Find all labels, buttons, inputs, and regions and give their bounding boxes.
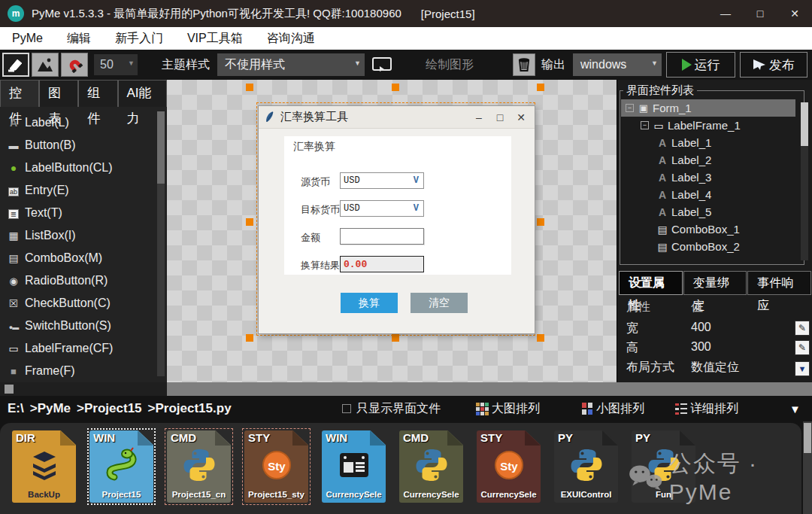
menu-item-编辑[interactable]: 编辑 bbox=[55, 27, 103, 50]
prop-tab-设置属性[interactable]: 设置属性 bbox=[619, 271, 683, 295]
selection-handle[interactable] bbox=[392, 334, 399, 342]
convert-button[interactable]: 换算 bbox=[341, 293, 398, 313]
clear-button[interactable]: 清空 bbox=[411, 293, 468, 313]
tree-node-Label_1[interactable]: Label_1 bbox=[621, 134, 795, 151]
spinner-arrow-icon[interactable]: ▼ bbox=[128, 53, 135, 74]
magnet-snap-button[interactable] bbox=[61, 53, 88, 77]
sidebar-tab-组件[interactable]: 组件 bbox=[78, 80, 117, 107]
widget-item-frame[interactable]: Frame(F) bbox=[0, 360, 155, 382]
minimize-button[interactable]: — bbox=[708, 0, 743, 27]
selection-handle[interactable] bbox=[392, 84, 399, 91]
widget-item-labelframe[interactable]: LabelFrame(CF) bbox=[0, 337, 155, 360]
selection-handle[interactable] bbox=[537, 84, 544, 91]
widget-item-label[interactable]: Label(L) bbox=[0, 111, 155, 134]
file-tile-CurrencySele[interactable]: WINCurrencySele bbox=[322, 430, 386, 503]
sidebar-tab-控件[interactable]: 控件 bbox=[0, 80, 39, 107]
breadcrumb-segment[interactable]: >Project15 bbox=[77, 401, 141, 416]
edit-height-button[interactable]: ✎ bbox=[795, 340, 810, 355]
collapse-caret-icon[interactable]: ▼ bbox=[789, 396, 801, 421]
tree-expand-toggle[interactable]: − bbox=[626, 104, 634, 112]
selection-handle[interactable] bbox=[246, 84, 253, 91]
tree-node-LabelFrame_1[interactable]: −LabelFrame_1 bbox=[621, 117, 795, 134]
tree-node-Label_4[interactable]: Label_4 bbox=[621, 186, 795, 203]
selection-handle[interactable] bbox=[246, 334, 253, 342]
sidebar-tab-AI能力[interactable]: AI能力 bbox=[118, 80, 167, 107]
selection-handle[interactable] bbox=[246, 218, 253, 226]
publish-button[interactable]: 发布 bbox=[740, 52, 807, 78]
widget-item-button[interactable]: Button(B) bbox=[0, 134, 155, 157]
file-tile-Project15_sty[interactable]: STYProject15_sty bbox=[244, 430, 308, 503]
prop-tab-变量绑定[interactable]: 变量绑定 bbox=[683, 271, 747, 295]
amount-entry[interactable] bbox=[340, 228, 424, 245]
file-tile-Project15[interactable]: WINProject15 bbox=[89, 430, 153, 503]
maximize-button[interactable]: □ bbox=[743, 0, 777, 27]
designed-dialog[interactable]: 汇率换算工具 – □ ✕ 汇率换算 源货币 USDV 目标货币 bbox=[258, 105, 535, 334]
file-tile-CurrencySele[interactable]: CMDCurrencySele bbox=[399, 430, 463, 503]
widget-item-radio[interactable]: RadioButton(R) bbox=[0, 269, 155, 292]
selection-handle[interactable] bbox=[537, 218, 544, 226]
breadcrumb-segment[interactable]: E:\ bbox=[8, 401, 24, 416]
widget-item-text[interactable]: Text(T) bbox=[0, 202, 155, 224]
tree-node-Label_2[interactable]: Label_2 bbox=[621, 151, 795, 169]
radio-icon bbox=[6, 275, 21, 287]
close-button[interactable]: ✕ bbox=[777, 0, 812, 27]
widget-item-listbox[interactable]: ListBox(I) bbox=[0, 224, 155, 247]
fill-style-button[interactable] bbox=[2, 53, 29, 77]
ui-files-only-checkbox[interactable] bbox=[342, 404, 351, 413]
dialog-maximize-button[interactable]: □ bbox=[489, 111, 511, 123]
menu-item-PyMe[interactable]: PyMe bbox=[0, 27, 55, 50]
image-button[interactable] bbox=[32, 53, 59, 77]
view-small-icons-button[interactable]: 小图排列 bbox=[582, 396, 644, 421]
dialog-close-button[interactable]: ✕ bbox=[511, 111, 532, 123]
design-canvas[interactable]: 汇率换算工具 – □ ✕ 汇率换算 源货币 USDV 目标货币 bbox=[167, 80, 617, 382]
preview-button[interactable] bbox=[367, 53, 397, 77]
labelframe-icon bbox=[6, 342, 21, 354]
draw-shape-label[interactable]: 绘制图形 bbox=[426, 57, 474, 73]
grid-size-value: 50 bbox=[100, 58, 114, 71]
breadcrumb-segment[interactable]: >Project15.py bbox=[148, 401, 232, 416]
tree-node-ComboBox_2[interactable]: ComboBox_2 bbox=[621, 238, 795, 255]
widget-item-switch[interactable]: SwitchButton(S) bbox=[0, 315, 155, 337]
menu-item-咨询沟通[interactable]: 咨询沟通 bbox=[255, 27, 327, 50]
run-button[interactable]: 运行 bbox=[666, 52, 735, 78]
view-detail-list-button[interactable]: 详细排列 bbox=[675, 396, 738, 421]
file-type-badge: DIR bbox=[16, 431, 35, 444]
prop-tab-事件响应[interactable]: 事件响应 bbox=[747, 271, 811, 295]
widget-item-entry[interactable]: Entry(E) bbox=[0, 179, 155, 202]
dialog-minimize-button[interactable]: – bbox=[468, 111, 489, 123]
menu-item-VIP工具箱[interactable]: VIP工具箱 bbox=[175, 27, 255, 50]
fill-icon bbox=[7, 56, 25, 73]
tree-expand-toggle[interactable]: − bbox=[641, 121, 649, 129]
output-icon-button[interactable] bbox=[513, 53, 535, 76]
file-tile-CurrencySele[interactable]: STYCurrencySele bbox=[477, 430, 541, 503]
file-tile-BackUp[interactable]: DIRBackUp bbox=[12, 430, 76, 503]
tree-node-Label_5[interactable]: Label_5 bbox=[621, 203, 795, 221]
widget-item-check[interactable]: CheckButton(C) bbox=[0, 292, 155, 315]
selection-handle[interactable] bbox=[537, 334, 544, 342]
grid-size-spinner[interactable]: 50▼ bbox=[94, 54, 138, 75]
tree-node-ComboBox_1[interactable]: ComboBox_1 bbox=[621, 221, 795, 238]
check-icon bbox=[6, 297, 21, 309]
sidebar-scrollbar[interactable] bbox=[157, 111, 165, 376]
canvas-hscrollbar[interactable] bbox=[167, 382, 812, 396]
file-tile-EXUIControl[interactable]: PYEXUIControl bbox=[554, 430, 618, 503]
edit-width-button[interactable]: ✎ bbox=[795, 321, 810, 336]
tree-node-Label_3[interactable]: Label_3 bbox=[621, 169, 795, 186]
file-tile-label: CurrencySele bbox=[323, 490, 384, 499]
widget-item-labelbutton[interactable]: LabelButton(CL) bbox=[0, 157, 155, 179]
breadcrumb-segment[interactable]: >PyMe bbox=[30, 401, 71, 416]
tree-scrollbar[interactable] bbox=[801, 102, 808, 260]
labelframe-icon bbox=[652, 120, 665, 132]
file-tile-Project15_cn[interactable]: CMDProject15_cn bbox=[167, 430, 231, 503]
menu-item-新手入门[interactable]: 新手入门 bbox=[103, 27, 175, 50]
platform-combobox[interactable]: windows▼ bbox=[573, 53, 662, 76]
view-large-icons-button[interactable]: 大图排列 bbox=[476, 396, 540, 421]
target-currency-combobox[interactable]: USDV bbox=[340, 200, 424, 217]
combo-arrow-icon: ▼ bbox=[354, 52, 361, 75]
layout-dropdown-button[interactable]: ▼ bbox=[795, 361, 810, 376]
widget-item-combobox[interactable]: ComboBox(M) bbox=[0, 247, 155, 269]
tree-node-Form_1[interactable]: −Form_1 bbox=[621, 99, 795, 117]
source-currency-combobox[interactable]: USDV bbox=[340, 172, 424, 189]
theme-style-combobox[interactable]: 不使用样式▼ bbox=[217, 53, 365, 76]
sidebar-tab-图表[interactable]: 图表 bbox=[39, 80, 78, 107]
